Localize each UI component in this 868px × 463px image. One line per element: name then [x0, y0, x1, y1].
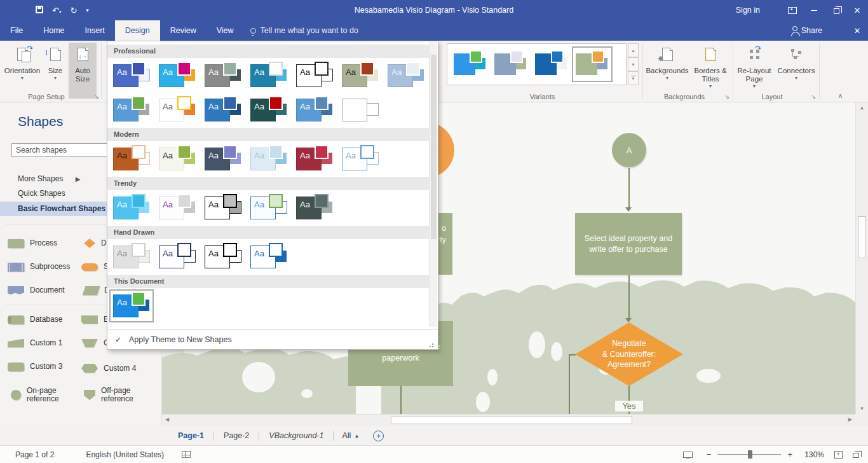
variant-thumbnail[interactable]	[450, 46, 491, 82]
layout-dialog-launcher-icon[interactable]: ↘	[811, 93, 816, 100]
add-page-button[interactable]: +	[373, 431, 384, 441]
close-icon[interactable]: ✕	[846, 0, 868, 20]
flowchart-connector-circle[interactable]: A	[612, 133, 646, 167]
minimize-icon[interactable]	[803, 0, 825, 20]
all-pages-selector[interactable]: All ▲	[342, 431, 359, 440]
relayout-page-button[interactable]: ↷ Re-Layout Page ▾	[735, 43, 774, 90]
horizontal-scrollbar[interactable]: ◀ ▶	[162, 414, 855, 426]
page-indicator[interactable]: Page 1 of 2	[15, 450, 54, 459]
page-tab-page-2[interactable]: Page-2	[222, 431, 250, 440]
quick-shapes-item[interactable]: Quick Shapes	[18, 189, 65, 198]
size-button[interactable]: I Size ▾	[43, 43, 67, 81]
theme-thumbnail[interactable]: Aa	[109, 289, 154, 323]
redo-icon[interactable]: ↻	[70, 6, 77, 15]
scroll-up-icon[interactable]: ▲	[856, 105, 868, 111]
theme-thumbnail[interactable]: Aa	[383, 59, 429, 93]
connectors-button[interactable]: Connectors ▾	[775, 43, 817, 81]
theme-thumbnail[interactable]: Aa	[337, 59, 383, 93]
variant-thumbnail[interactable]	[531, 46, 572, 82]
borders-titles-button[interactable]: Borders & Titles ▾	[690, 43, 731, 90]
sign-in-button[interactable]: Sign in	[736, 6, 760, 15]
tell-me-box[interactable]: Tell me what you want to do	[250, 20, 358, 41]
scroll-right-icon[interactable]: ▶	[848, 417, 852, 422]
theme-thumbnail[interactable]: Aa	[154, 59, 200, 93]
theme-thumbnail[interactable]: Aa	[246, 240, 292, 274]
restore-icon[interactable]	[825, 0, 846, 20]
theme-thumbnail[interactable]: Aa	[109, 59, 154, 93]
variants-scroll-down-icon[interactable]: ▼	[628, 57, 639, 71]
connector-line[interactable]	[628, 168, 630, 207]
backgrounds-button[interactable]: ◆ Backgrounds ▾	[646, 43, 689, 81]
stencil-shape-subprocess[interactable]: Subprocess	[0, 255, 74, 279]
theme-thumbnail[interactable]: Aa	[109, 93, 154, 127]
theme-thumbnail[interactable]: Aa	[200, 240, 246, 274]
tab-design[interactable]: Design	[115, 20, 160, 41]
fit-page-icon[interactable]	[834, 451, 843, 459]
connector-line[interactable]	[400, 386, 402, 414]
keyboard-language-icon[interactable]	[182, 451, 191, 458]
theme-thumbnail[interactable]: Aa	[154, 142, 200, 176]
share-button[interactable]: Share	[792, 26, 822, 35]
connector-line[interactable]	[628, 275, 630, 318]
scroll-down-icon[interactable]: ▼	[856, 406, 868, 411]
theme-thumbnail[interactable]: Aa	[109, 142, 154, 176]
orientation-button[interactable]: ↷ Orientation ▾	[3, 43, 42, 81]
theme-thumbnail[interactable]: Aa	[200, 191, 246, 225]
theme-thumbnail[interactable]: Aa	[200, 59, 246, 93]
flowchart-process-box-select[interactable]: Select ideal property and write offer to…	[575, 213, 682, 275]
theme-thumbnail[interactable]	[337, 93, 383, 127]
connector-line[interactable]	[569, 354, 576, 356]
page-setup-dialog-launcher-icon[interactable]: ↘	[94, 93, 99, 100]
page-tab-vbackground-1[interactable]: VBackground-1	[268, 431, 325, 440]
theme-thumbnail[interactable]: Aa	[246, 93, 292, 127]
vertical-scroll-thumb[interactable]	[858, 216, 866, 258]
theme-thumbnail[interactable]: Aa	[292, 142, 337, 176]
variants-scroll-up-icon[interactable]: ▲	[628, 43, 639, 57]
tab-review[interactable]: Review	[160, 20, 207, 41]
theme-thumbnail[interactable]: Aa	[292, 93, 337, 127]
zoom-level[interactable]: 130%	[797, 450, 824, 459]
ribbon-display-options-icon[interactable]	[782, 0, 803, 20]
tab-insert[interactable]: Insert	[75, 20, 115, 41]
stencil-shape-on-page[interactable]: On-page reference	[0, 382, 74, 408]
resize-grip-icon[interactable]	[430, 342, 435, 347]
theme-thumbnail[interactable]: Aa	[246, 142, 292, 176]
stencil-shape-database[interactable]: Database	[0, 308, 74, 331]
backgrounds-dialog-launcher-icon[interactable]: ↘	[724, 93, 729, 100]
theme-thumbnail[interactable]: Aa	[246, 59, 292, 93]
collapse-ribbon-icon[interactable]: ∧	[838, 92, 843, 99]
stencil-shape-off-page[interactable]: Off-page reference	[74, 382, 162, 408]
more-shapes-item[interactable]: More Shapes ▶	[18, 174, 80, 183]
zoom-slider-thumb[interactable]	[748, 450, 752, 459]
theme-thumbnail[interactable]: Aa	[200, 93, 246, 127]
connector-line[interactable]	[569, 354, 570, 414]
theme-thumbnail[interactable]: Aa	[154, 93, 200, 127]
theme-thumbnail[interactable]: Aa	[337, 142, 383, 176]
tab-file[interactable]: File	[0, 20, 33, 41]
zoom-out-button[interactable]: −	[707, 450, 712, 459]
stencil-shape-document[interactable]: Document	[0, 279, 74, 302]
stencil-shape-custom-1[interactable]: Custom 1	[0, 331, 74, 355]
theme-thumbnail[interactable]: Aa	[246, 191, 292, 225]
tab-home[interactable]: Home	[33, 20, 74, 41]
variant-thumbnail[interactable]	[491, 46, 531, 82]
theme-thumbnail[interactable]: Aa	[109, 240, 154, 274]
theme-thumbnail[interactable]: Aa	[154, 191, 200, 225]
presentation-mode-icon[interactable]	[683, 452, 693, 458]
stencil-shape-process[interactable]: Process	[0, 232, 74, 255]
theme-thumbnail[interactable]: Aa	[154, 240, 200, 274]
close-window-icon[interactable]: ✕	[846, 26, 868, 36]
zoom-slider[interactable]	[717, 454, 781, 455]
stencil-shape-custom-3[interactable]: Custom 3	[0, 355, 74, 378]
apply-theme-menu-item[interactable]: ✓ Apply Theme to New Shapes	[107, 329, 438, 349]
variant-thumbnail[interactable]	[572, 46, 613, 82]
variants-more-icon[interactable]: ▼	[628, 71, 639, 85]
zoom-in-button[interactable]: +	[787, 450, 792, 459]
auto-size-button[interactable]: ↓→ Auto Size	[69, 43, 97, 99]
undo-icon[interactable]: ↶▾	[52, 6, 61, 15]
tab-view[interactable]: View	[207, 20, 244, 41]
vertical-scrollbar[interactable]: ▲ ▼	[855, 102, 868, 414]
gallery-scrollbar[interactable]	[429, 42, 437, 327]
stencil-shape-custom-4[interactable]: Custom 4	[74, 355, 162, 382]
save-icon[interactable]	[36, 6, 43, 15]
